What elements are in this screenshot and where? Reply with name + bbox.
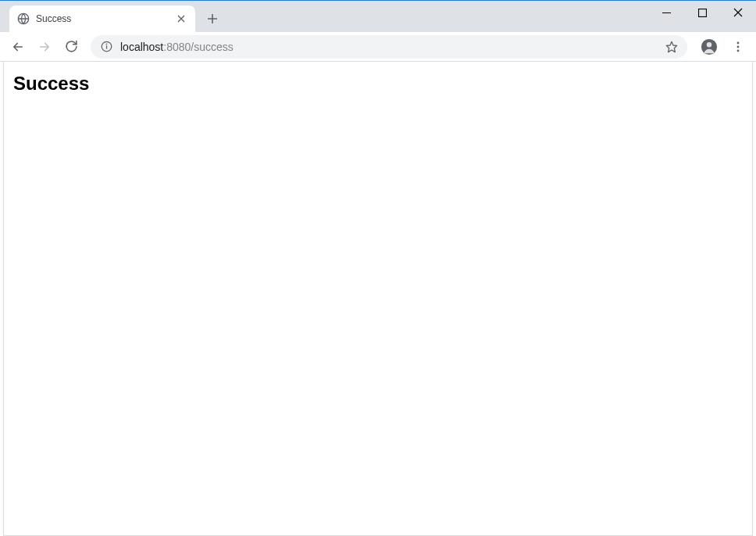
reload-button[interactable] [59, 35, 83, 59]
close-window-button[interactable] [720, 1, 756, 24]
tab-title: Success [36, 13, 169, 24]
toolbar: localhost:8080/success [0, 32, 756, 62]
browser-chrome: Success [0, 1, 756, 62]
window-controls [648, 1, 756, 24]
back-button[interactable] [6, 35, 30, 59]
forward-button [33, 35, 56, 59]
svg-point-9 [737, 45, 740, 48]
browser-tab[interactable]: Success [9, 5, 195, 32]
maximize-button[interactable] [684, 1, 720, 24]
svg-point-10 [737, 49, 740, 52]
new-tab-button[interactable] [201, 8, 223, 30]
minimize-button[interactable] [648, 1, 684, 24]
svg-point-4 [106, 44, 107, 45]
url-path: :8080/success [163, 41, 234, 53]
address-bar[interactable]: localhost:8080/success [91, 35, 687, 59]
svg-point-7 [707, 42, 711, 47]
tab-strip: Success [0, 1, 756, 32]
svg-marker-5 [666, 41, 676, 52]
globe-icon [17, 13, 30, 25]
profile-button[interactable] [698, 36, 720, 58]
page-viewport: Success [3, 62, 753, 536]
site-info-icon[interactable] [100, 41, 112, 53]
svg-point-8 [737, 41, 740, 44]
menu-button[interactable] [726, 35, 750, 59]
url-text: localhost:8080/success [120, 41, 658, 53]
close-tab-button[interactable] [175, 13, 187, 25]
page-heading: Success [13, 73, 743, 95]
svg-rect-1 [698, 9, 706, 16]
url-host: localhost [120, 41, 163, 53]
bookmark-star-icon[interactable] [665, 41, 678, 53]
